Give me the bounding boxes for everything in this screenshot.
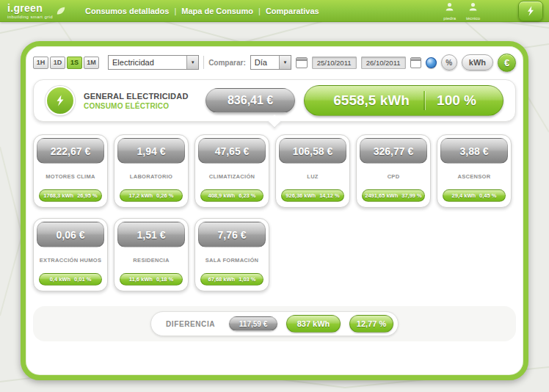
card-consumption-badge: 2491,65 kWh37,99 % (362, 189, 425, 202)
chevron-down-icon: ▼ (279, 56, 291, 69)
date-to-input[interactable] (361, 57, 406, 69)
compare-select-value: Día (251, 58, 279, 67)
card-name: CLIMATIZACIÓN (195, 164, 269, 189)
card-percent-value: 0,01 % (74, 276, 91, 283)
card-euro-badge: 222,67 € (37, 138, 104, 164)
card-euro-badge: 1,51 € (117, 222, 185, 247)
card-percent-value: 6,23 % (239, 192, 255, 199)
card-consumption-badge: 408,9 kWh6,23 % (200, 189, 263, 202)
card-name: EXTRACCIÓN HUMOS (34, 247, 107, 273)
nav-item-1[interactable]: Mapa de Consumo (181, 7, 253, 15)
consumption-card-1[interactable]: 1,94 €LABORATORIO17,2 kWh0,26 % (114, 134, 189, 208)
card-percent-value: 0,18 % (156, 276, 173, 283)
user-icon (468, 1, 479, 15)
card-euro-badge: 106,58 € (279, 138, 346, 164)
footer-zone: DIFERENCIA 117,59 € 837 kWh 12,77 % (33, 306, 516, 341)
energy-bolt-button[interactable] (518, 1, 543, 21)
card-kwh-value: 1768,3 kWh (43, 192, 73, 199)
card-name: LUZ (276, 164, 349, 189)
card-kwh-value: 11,6 kWh (129, 276, 153, 283)
nav-separator: | (174, 7, 176, 15)
lightning-icon (525, 5, 537, 17)
calendar-icon[interactable] (296, 57, 308, 68)
card-consumption-badge: 11,6 kWh0,18 % (120, 273, 183, 286)
consumption-card-8[interactable]: 7,76 €SALA FORMACIÓN67,68 kWh1,03 % (194, 218, 269, 291)
compare-label: Comparar: (208, 59, 246, 67)
percent-unit-button[interactable]: % (441, 54, 457, 70)
time-button-1m[interactable]: 1M (84, 57, 99, 69)
difference-kwh-badge: 837 kWh (286, 315, 341, 333)
app-logo[interactable]: i.green inbuilding smart grid (7, 3, 66, 19)
card-name: ASCENSOR (437, 164, 511, 189)
chevron-down-icon: ▼ (186, 56, 198, 69)
main-panel: 1H1D1S1M Electricidad ▼ Comparar: Día ▼ … (26, 46, 523, 375)
difference-bar: DIFERENCIA 117,59 € 837 kWh 12,77 % (150, 311, 399, 336)
consumption-card-3[interactable]: 106,58 €LUZ926,36 kWh14,12 % (275, 134, 350, 208)
general-summary: GENERAL ELECTRICIDAD CONSUMO ELÉCTRICO 8… (33, 79, 516, 122)
card-kwh-value: 29,4 kWh (452, 192, 476, 199)
euro-unit-button[interactable]: € (498, 54, 516, 72)
time-button-1h[interactable]: 1H (33, 57, 48, 69)
calendar-icon-header (297, 58, 307, 61)
card-name: SALA FORMACIÓN (195, 247, 269, 273)
card-consumption-badge: 29,4 kWh0,45 % (443, 189, 506, 202)
kwh-unit-button[interactable]: kWh (462, 54, 493, 70)
card-consumption-badge: 67,68 kWh1,03 % (200, 273, 263, 286)
consumption-card-2[interactable]: 47,65 €CLIMATIZACIÓN408,9 kWh6,23 % (194, 134, 269, 208)
card-name: RESIDENCIA (114, 247, 188, 273)
cards-grid: 222,67 €MOTORES CLIMA1768,3 kWh26,95 %1,… (33, 134, 516, 291)
calendar-icon[interactable] (410, 57, 422, 68)
logo-title: i.green (7, 3, 53, 13)
card-kwh-value: 17,2 kWh (129, 192, 153, 199)
electricity-icon (46, 86, 75, 115)
general-title: GENERAL ELECTRICIDAD (84, 92, 197, 101)
difference-label: DIFERENCIA (166, 320, 220, 328)
user-item-0[interactable]: piedra (443, 1, 456, 21)
consumption-card-5[interactable]: 3,88 €ASCENSOR29,4 kWh0,45 % (437, 134, 512, 208)
general-subtitle: CONSUMO ELÉCTRICO (84, 102, 197, 110)
card-percent-value: 1,03 % (239, 276, 255, 283)
consumption-card-0[interactable]: 222,67 €MOTORES CLIMA1768,3 kWh26,95 % (33, 134, 108, 208)
nav-item-2[interactable]: Comparativas (266, 7, 319, 15)
time-button-1s[interactable]: 1S (67, 57, 82, 69)
refresh-button[interactable] (426, 57, 437, 68)
main-frame: 1H1D1S1M Electricidad ▼ Comparar: Día ▼ … (21, 41, 528, 380)
user-label: técnico (466, 16, 480, 21)
card-euro-badge: 1,94 € (117, 138, 185, 164)
card-percent-value: 26,95 % (77, 192, 98, 199)
date-from-input[interactable] (312, 57, 357, 69)
card-euro-badge: 3,88 € (440, 138, 508, 164)
nav-item-0[interactable]: Consumos detallados (85, 7, 169, 15)
toolbar: 1H1D1S1M Electricidad ▼ Comparar: Día ▼ … (33, 53, 516, 72)
general-titles: GENERAL ELECTRICIDAD CONSUMO ELÉCTRICO (84, 92, 197, 110)
general-consumption-badge: 6558,5 kWh 100 % (304, 85, 503, 116)
card-percent-value: 37,99 % (401, 192, 422, 199)
user-label: piedra (443, 16, 456, 21)
card-consumption-badge: 17,2 kWh0,26 % (120, 189, 183, 202)
top-bar: i.green inbuilding smart grid Consumos d… (0, 0, 549, 22)
unit-toggle-group: % kWh € (441, 54, 516, 72)
toolbar-divider (203, 56, 204, 69)
pointer-arrow (268, 115, 281, 128)
compare-select[interactable]: Día ▼ (250, 55, 291, 70)
source-select[interactable]: Electricidad ▼ (108, 55, 199, 70)
card-kwh-value: 67,68 kWh (208, 276, 235, 283)
leaf-icon (56, 6, 66, 16)
general-kwh-value: 6558,5 kWh (319, 92, 423, 109)
user-menu: piedratécnico (443, 1, 480, 21)
source-select-value: Electricidad (109, 58, 186, 67)
consumption-card-7[interactable]: 1,51 €RESIDENCIA11,6 kWh0,18 % (114, 218, 189, 291)
general-euro-badge: 836,41 € (206, 88, 295, 113)
card-euro-badge: 7,76 € (198, 222, 266, 247)
time-button-1d[interactable]: 1D (50, 57, 65, 69)
time-range-group: 1H1D1S1M (33, 57, 99, 69)
consumption-card-4[interactable]: 326,77 €CPD2491,65 kWh37,99 % (356, 134, 431, 208)
card-kwh-value: 2491,65 kWh (365, 192, 398, 199)
user-item-1[interactable]: técnico (466, 1, 480, 21)
consumption-card-6[interactable]: 0,06 €EXTRACCIÓN HUMOS0,4 kWh0,01 % (33, 218, 108, 291)
card-name: LABORATORIO (114, 164, 188, 189)
card-name: CPD (357, 164, 430, 189)
card-percent-value: 0,26 % (156, 192, 173, 199)
card-consumption-badge: 0,4 kWh0,01 % (39, 273, 102, 286)
card-kwh-value: 926,36 kWh (286, 192, 316, 199)
